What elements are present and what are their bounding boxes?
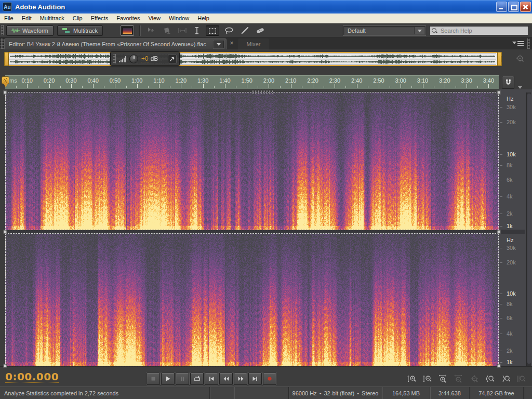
frequency-label: 30k bbox=[507, 104, 516, 110]
brush-icon bbox=[241, 27, 249, 34]
slip-tool[interactable] bbox=[160, 25, 174, 36]
toolbar-grip[interactable] bbox=[1, 25, 4, 35]
timeline-label: 3:40 bbox=[483, 77, 494, 84]
gain-value[interactable]: +0 bbox=[141, 56, 149, 62]
menu-window[interactable]: Window bbox=[165, 14, 193, 22]
paintbrush-selection-tool[interactable] bbox=[238, 25, 251, 36]
selection-handle[interactable] bbox=[4, 91, 7, 95]
mixer-tab[interactable]: Mixer bbox=[238, 38, 269, 49]
playhead-marker[interactable] bbox=[2, 76, 9, 84]
close-button[interactable] bbox=[520, 2, 531, 12]
menu-effects[interactable]: Effects bbox=[87, 14, 112, 22]
menu-clip[interactable]: Clip bbox=[69, 14, 87, 22]
overview-right-handle[interactable] bbox=[497, 52, 502, 66]
menu-multitrack[interactable]: Multitrack bbox=[36, 14, 69, 22]
volume-hud[interactable]: +0 dB bbox=[110, 51, 180, 66]
selection-handle[interactable] bbox=[497, 230, 501, 234]
editor-tab-dropdown[interactable] bbox=[214, 41, 224, 48]
spot-healing-brush-tool[interactable] bbox=[254, 25, 267, 36]
time-selection-tool[interactable] bbox=[190, 25, 204, 36]
multitrack-view-button[interactable]: Multitrack bbox=[57, 25, 103, 36]
menu-help[interactable]: Help bbox=[193, 14, 214, 22]
search-input[interactable] bbox=[440, 27, 517, 34]
move-tool[interactable] bbox=[144, 25, 158, 36]
selection-handle[interactable] bbox=[4, 364, 7, 368]
selection-top-grip[interactable] bbox=[251, 89, 273, 94]
zoom-in-vertical-button[interactable] bbox=[405, 374, 419, 384]
scrollbar-thumb[interactable] bbox=[527, 94, 531, 364]
zoom-to-selection-left-button[interactable] bbox=[483, 374, 497, 384]
status-empty-cell bbox=[209, 387, 234, 399]
menu-lines-icon bbox=[517, 41, 524, 46]
frequency-tick bbox=[500, 196, 502, 197]
level-meter-icon bbox=[119, 56, 126, 62]
timeline-tick bbox=[258, 86, 258, 88]
frequency-scale-ch1[interactable]: Hz 30k20k10k8k6k4k2k1k bbox=[500, 92, 525, 230]
search-help-box[interactable] bbox=[429, 26, 529, 35]
waveform-view-button[interactable]: Waveform bbox=[6, 25, 54, 36]
pause-button[interactable] bbox=[176, 373, 189, 385]
selection-handle[interactable] bbox=[497, 91, 501, 95]
lasso-selection-tool[interactable] bbox=[222, 25, 236, 36]
time-display[interactable]: 0:00.000 bbox=[5, 371, 59, 383]
rewind-button[interactable] bbox=[219, 373, 233, 385]
spectrogram-channel-2[interactable] bbox=[5, 234, 499, 366]
dropdown-caret-button[interactable] bbox=[414, 27, 424, 34]
spectrogram-channel-1[interactable] bbox=[5, 92, 499, 230]
zoom-to-selection-button[interactable] bbox=[514, 374, 528, 384]
timeline-tick bbox=[467, 84, 467, 88]
timeline-tick bbox=[214, 86, 215, 88]
zoom-in-horizontal-button[interactable] bbox=[436, 374, 450, 384]
frequency-tick bbox=[500, 262, 502, 263]
close-tab-button[interactable]: × bbox=[229, 39, 235, 47]
go-to-start-button[interactable] bbox=[205, 373, 218, 385]
vertical-scrollbar[interactable] bbox=[526, 92, 531, 366]
slip-tool-icon bbox=[163, 27, 171, 34]
snap-toggle-button[interactable] bbox=[502, 76, 514, 89]
loop-playback-button[interactable] bbox=[190, 373, 204, 385]
rewind-icon bbox=[223, 376, 230, 382]
gain-knob[interactable] bbox=[129, 55, 138, 63]
waveform-icon bbox=[11, 28, 20, 33]
panel-menu-button[interactable] bbox=[512, 41, 524, 47]
menu-edit[interactable]: Edit bbox=[18, 14, 36, 22]
hud-pin-button[interactable] bbox=[168, 55, 177, 63]
pin-icon bbox=[169, 56, 175, 62]
menu-view[interactable]: View bbox=[144, 14, 165, 22]
zoom-out-vertical-button[interactable] bbox=[421, 374, 434, 384]
tabbar-grip-right[interactable] bbox=[527, 38, 530, 49]
record-button[interactable] bbox=[263, 373, 276, 385]
go-to-end-button[interactable] bbox=[248, 373, 262, 385]
minimize-button[interactable] bbox=[496, 2, 507, 12]
zoom-reset-button[interactable] bbox=[468, 374, 481, 384]
timeline-label: 3:10 bbox=[417, 77, 428, 84]
selection-handle[interactable] bbox=[497, 364, 501, 368]
frequency-label: 8k bbox=[507, 301, 513, 307]
workspace-dropdown[interactable]: Default bbox=[343, 26, 425, 35]
stop-button[interactable] bbox=[147, 373, 160, 385]
play-button[interactable] bbox=[161, 373, 175, 385]
selection-handle[interactable] bbox=[4, 230, 7, 234]
waveform-overview-strip[interactable] bbox=[4, 52, 502, 66]
restore-button[interactable] bbox=[508, 2, 519, 12]
timeline-tick bbox=[423, 84, 423, 88]
marquee-selection-tool[interactable] bbox=[206, 25, 219, 36]
menu-file[interactable]: File bbox=[0, 14, 18, 22]
time-selection-range-tool[interactable] bbox=[176, 25, 189, 36]
editor-tab[interactable]: Editor: B4 Узник 2-й Авеню (Theme From «… bbox=[4, 38, 227, 49]
channel-divider[interactable] bbox=[5, 230, 525, 234]
spectral-display-toggle[interactable] bbox=[121, 25, 134, 36]
timeline-ruler[interactable]: hms 0:100:200:300:400:501:001:101:201:30… bbox=[5, 75, 499, 89]
zoom-out-horizontal-button[interactable] bbox=[452, 374, 466, 384]
tabbar-grip[interactable] bbox=[1, 38, 4, 49]
menu-favorites[interactable]: Favorites bbox=[112, 14, 144, 22]
frequency-label: 10k bbox=[507, 290, 516, 297]
frequency-scale-ch2[interactable]: Hz 30k20k10k8k6k4k2k1k bbox=[500, 234, 525, 366]
zoom-out-full-icon[interactable] bbox=[515, 55, 526, 65]
hud-grip[interactable] bbox=[113, 54, 116, 63]
zoom-to-selection-right-button[interactable] bbox=[499, 374, 512, 384]
overview-left-handle[interactable] bbox=[4, 52, 9, 66]
fast-forward-button[interactable] bbox=[234, 373, 247, 385]
scale-menu-caret[interactable] bbox=[518, 86, 522, 91]
record-icon bbox=[267, 376, 273, 382]
